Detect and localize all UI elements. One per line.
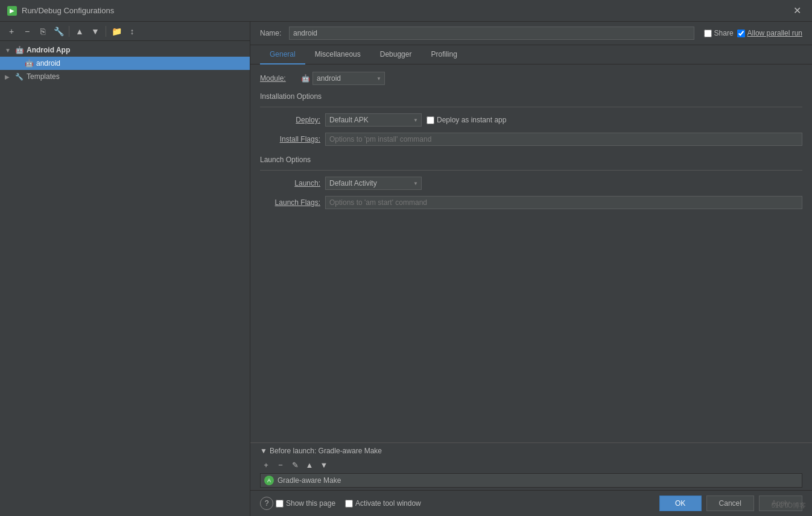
ok-button[interactable]: OK: [659, 496, 702, 511]
launch-row: Launch: Default Activity Specified Activ…: [260, 177, 802, 190]
launch-dropdown[interactable]: Default Activity Specified Activity Noth…: [325, 177, 422, 190]
before-launch-label: Before launch: Gradle-aware Make: [270, 447, 382, 455]
gradle-icon: A: [264, 476, 274, 485]
main-content: + − ⎘ 🔧 ▲ ▼ 📁 ↕ ▼ 🤖 Android App: [0, 22, 812, 516]
activate-tool-window-checkbox[interactable]: [345, 500, 353, 508]
launch-label: Launch:: [260, 179, 320, 187]
templates-icon: 🔧: [14, 72, 24, 81]
launch-options-title: Launch Options: [260, 156, 802, 164]
deploy-dropdown[interactable]: Default APK APK from app bundle Nothing: [325, 113, 422, 127]
before-launch-toolbar: + − ✎ ▲ ▼: [260, 459, 802, 471]
tab-miscellaneous[interactable]: Miscellaneous: [305, 45, 370, 64]
activate-tool-window-checkbox-label[interactable]: Activate tool window: [345, 499, 421, 508]
show-page-label-text: Show this page: [286, 499, 335, 508]
module-row: Module: 🤖 android: [260, 72, 802, 85]
separator-1: [69, 26, 69, 37]
run-debug-dialog: ▶ Run/Debug Configurations ✕ + − ⎘ 🔧 ▲ ▼…: [0, 0, 812, 516]
tree-item-android[interactable]: 🤖 android: [0, 57, 250, 70]
share-label: Share: [714, 29, 734, 37]
module-label: Module:: [260, 74, 296, 83]
installation-options-title: Installation Options: [260, 92, 802, 101]
move-up-button[interactable]: ▲: [73, 25, 86, 38]
installation-section-divider: [260, 107, 802, 107]
android-app-icon: 🤖: [14, 45, 24, 55]
launch-flags-row: Launch Flags:: [260, 196, 802, 209]
cancel-button[interactable]: Cancel: [706, 496, 754, 511]
tab-content-general: Module: 🤖 android Installation Options D…: [250, 64, 812, 438]
launch-dropdown-wrapper: Default Activity Specified Activity Noth…: [325, 177, 422, 190]
module-dropdown[interactable]: android: [312, 72, 385, 85]
app-icon: ▶: [7, 6, 17, 16]
dialog-title: Run/Debug Configurations: [22, 6, 114, 15]
before-launch-down-button[interactable]: ▼: [318, 459, 330, 471]
close-button[interactable]: ✕: [790, 4, 805, 17]
install-flags-row: Install Flags:: [260, 133, 802, 146]
before-launch-edit-button[interactable]: ✎: [289, 459, 301, 471]
gradle-make-row: A Gradle-aware Make: [260, 473, 802, 488]
help-button[interactable]: ?: [260, 497, 273, 510]
before-launch-remove-button[interactable]: −: [274, 459, 287, 471]
expand-arrow-templates: ▶: [5, 74, 12, 80]
sort-button[interactable]: ↕: [125, 25, 139, 38]
share-checkbox-label[interactable]: Share: [704, 29, 734, 37]
sidebar-toolbar: + − ⎘ 🔧 ▲ ▼ 📁 ↕: [0, 22, 250, 41]
deploy-dropdown-wrapper: Default APK APK from app bundle Nothing: [325, 113, 422, 127]
before-launch-section: ▼ Before launch: Gradle-aware Make + − ✎…: [250, 442, 812, 490]
launch-section-divider: [260, 170, 802, 171]
name-row: Name: Share Allow parallel run: [250, 22, 812, 45]
tree-group-android-app[interactable]: ▼ 🤖 Android App: [0, 43, 250, 57]
move-down-button[interactable]: ▼: [89, 25, 102, 38]
name-input[interactable]: [289, 27, 694, 40]
remove-config-button[interactable]: −: [21, 25, 34, 38]
install-flags-label: Install Flags:: [260, 135, 320, 143]
before-launch-collapse-arrow: ▼: [260, 447, 267, 455]
android-item-label: android: [36, 59, 60, 68]
deploy-label: Deploy:: [260, 116, 320, 124]
gradle-make-label: Gradle-aware Make: [278, 476, 341, 485]
android-app-label: Android App: [27, 46, 70, 54]
launch-flags-input[interactable]: [325, 196, 802, 209]
name-field-label: Name:: [260, 29, 284, 37]
deploy-row: Deploy: Default APK APK from app bundle …: [260, 113, 802, 127]
separator-2: [106, 26, 106, 37]
sidebar: + − ⎘ 🔧 ▲ ▼ 📁 ↕ ▼ 🤖 Android App: [0, 22, 250, 516]
tab-debugger[interactable]: Debugger: [370, 45, 422, 64]
edit-defaults-button[interactable]: 🔧: [52, 25, 65, 38]
allow-parallel-checkbox[interactable]: [737, 30, 745, 37]
tree-area: ▼ 🤖 Android App 🤖 android ▶ 🔧 Templates: [0, 41, 250, 516]
install-flags-input[interactable]: [325, 133, 802, 146]
copy-config-button[interactable]: ⎘: [36, 25, 49, 38]
share-area: Share Allow parallel run: [704, 29, 802, 37]
deploy-instant-app-label: Deploy as instant app: [437, 116, 506, 124]
before-launch-add-button[interactable]: +: [260, 459, 272, 471]
tab-general[interactable]: General: [260, 45, 305, 64]
before-launch-up-button[interactable]: ▲: [303, 459, 316, 471]
expand-arrow-android-app: ▼: [5, 47, 12, 54]
show-page-checkbox-label[interactable]: Show this page: [276, 499, 335, 508]
tab-profiling[interactable]: Profiling: [421, 45, 466, 64]
folder-button[interactable]: 📁: [110, 25, 123, 38]
launch-flags-label: Launch Flags:: [260, 198, 320, 207]
watermark: 51CTO博客: [772, 501, 806, 510]
bottom-left: ? Show this page Activate tool window: [260, 497, 421, 510]
add-config-button[interactable]: +: [5, 25, 18, 38]
show-page-checkbox[interactable]: [276, 500, 284, 508]
title-bar-left: ▶ Run/Debug Configurations: [7, 6, 114, 16]
activate-tool-window-label-text: Activate tool window: [355, 499, 421, 508]
templates-label: Templates: [27, 72, 60, 81]
bottom-bar: ? Show this page Activate tool window OK…: [250, 490, 812, 516]
allow-parallel-checkbox-label[interactable]: Allow parallel run: [737, 29, 802, 37]
tabs-bar: General Miscellaneous Debugger Profiling: [250, 45, 812, 64]
tree-item-templates[interactable]: ▶ 🔧 Templates: [0, 70, 250, 83]
android-item-icon: 🤖: [24, 58, 34, 68]
share-checkbox[interactable]: [704, 30, 712, 37]
module-android-icon: 🤖: [301, 74, 310, 83]
module-dropdown-wrapper: 🤖 android: [301, 72, 385, 85]
title-bar: ▶ Run/Debug Configurations ✕: [0, 0, 812, 22]
deploy-instant-app-checkbox[interactable]: [427, 116, 434, 124]
allow-parallel-label: Allow parallel run: [747, 29, 802, 37]
deploy-instant-app-row: Deploy as instant app: [427, 116, 506, 124]
right-panel: Name: Share Allow parallel run General: [250, 22, 812, 516]
before-launch-header: ▼ Before launch: Gradle-aware Make: [260, 447, 802, 455]
